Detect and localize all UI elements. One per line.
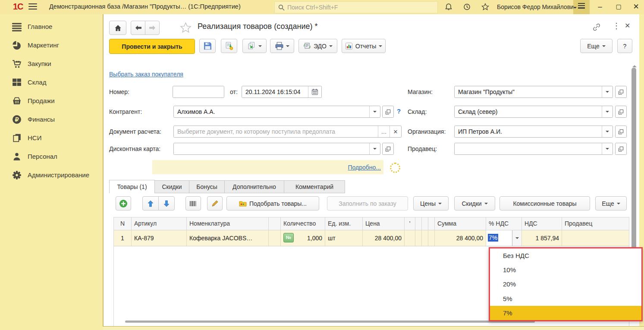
close-window-button[interactable]: ✕	[628, 0, 644, 14]
cell-nomenklatura[interactable]: Кофеварка JACOBS…	[187, 230, 269, 246]
edo-button[interactable]: ЭДО	[298, 39, 337, 53]
minimize-button[interactable]: –	[592, 0, 608, 14]
col-header-ed-izm[interactable]: Ед. изм.	[325, 217, 363, 230]
vat-dropdown-caret-icon[interactable]	[512, 230, 521, 246]
more-button-table[interactable]: Еще	[595, 196, 627, 211]
maximize-button[interactable]: ▢	[610, 0, 627, 14]
notifications-bell-icon[interactable]	[444, 3, 454, 12]
cell-pct-nds-editor[interactable]: 7%	[486, 230, 522, 246]
tab-skidki[interactable]: Скидки	[154, 180, 189, 193]
tab-dopolnitelno[interactable]: Дополнительно	[224, 180, 284, 193]
sidebar-item-zakupki[interactable]: Закупки	[0, 54, 103, 73]
counterparty-input[interactable]: Алхимов А.А.	[173, 106, 380, 118]
vat-option-5[interactable]: 5%	[490, 292, 641, 306]
vat-option-10[interactable]: 10%	[490, 263, 641, 277]
col-header-artikul[interactable]: Артикул	[132, 217, 187, 230]
col-header-summa[interactable]: Сумма	[435, 217, 486, 230]
global-search-input[interactable]: Поиск Ctrl+Shift+F	[274, 1, 438, 13]
col-header-x1[interactable]	[415, 217, 422, 230]
prices-button[interactable]: Цены	[413, 196, 449, 211]
favorites-star-icon[interactable]	[481, 3, 490, 12]
seller-input[interactable]	[454, 143, 613, 155]
table-row[interactable]: 1 КА-879 Кофеварка JACOBS… № 1,000 шт 28…	[114, 230, 629, 246]
calendar-icon[interactable]	[308, 86, 321, 97]
service-menu-button[interactable]	[573, 0, 590, 14]
clear-x-icon[interactable]: ✕	[390, 126, 401, 137]
pick-goods-button[interactable]: Подобрать товары...	[226, 196, 319, 211]
post-and-close-button[interactable]: Провести и закрыть	[109, 39, 195, 54]
seller-open-button[interactable]	[615, 143, 627, 155]
tab-kommentariy[interactable]: Комментарий	[284, 180, 345, 193]
sidebar-item-finansy[interactable]: ₽ Финансы	[0, 110, 103, 129]
favorite-star-icon[interactable]	[179, 22, 192, 35]
col-header-pct-nds[interactable]: % НДС	[486, 217, 522, 230]
store-open-button[interactable]	[615, 86, 627, 98]
vat-option-20[interactable]: 20%	[490, 277, 641, 291]
cell-summa[interactable]: 28 400,00	[435, 230, 486, 246]
ellipsis-choose-button[interactable]: …	[378, 126, 390, 137]
discount-card-open-button[interactable]	[382, 143, 394, 155]
price-check-button[interactable]	[207, 196, 223, 211]
discounts-button[interactable]: Скидки	[454, 196, 495, 211]
sidebar-item-prodazhi[interactable]: Продажи	[0, 91, 103, 110]
create-based-on-button[interactable]	[242, 39, 267, 53]
col-header-x2[interactable]	[422, 217, 428, 230]
scrollbar-up-arrow-icon[interactable]	[632, 63, 637, 67]
col-header-n[interactable]: N	[114, 217, 132, 230]
date-input[interactable]: 20.11.2024 16:15:04	[242, 86, 322, 98]
sidebar-item-sklad[interactable]: Склад	[0, 73, 103, 91]
sidebar-item-personal[interactable]: Персонал	[0, 147, 103, 166]
chevron-down-icon[interactable]	[369, 143, 380, 154]
close-form-icon[interactable]: ✕	[625, 22, 630, 30]
get-link-icon[interactable]	[592, 23, 601, 33]
chevron-down-icon[interactable]	[602, 143, 613, 154]
move-row-up-button[interactable]	[142, 196, 159, 211]
vat-percent-value[interactable]: 7%	[486, 230, 512, 246]
discount-card-input[interactable]	[173, 143, 380, 155]
cell-misc[interactable]	[269, 230, 281, 246]
barcode-scan-button[interactable]	[185, 196, 201, 211]
reports-button[interactable]: Отчеты	[342, 39, 386, 53]
sidebar-item-marketing[interactable]: Маркетинг	[0, 36, 103, 54]
cell-cena[interactable]: 28 400,00	[363, 230, 405, 246]
sidebar-item-nsi[interactable]: НСИ	[0, 129, 103, 147]
more-button-top[interactable]: Еще	[580, 39, 613, 53]
cell-apos[interactable]	[405, 230, 415, 246]
history-icon[interactable]	[462, 3, 472, 12]
cell-artikul[interactable]: КА-879	[132, 230, 187, 246]
sidebar-item-glavnoe[interactable]: Главное	[0, 17, 103, 36]
sidebar-item-administrirovanie[interactable]: Администрирование	[0, 166, 103, 184]
cell-n[interactable]: 1	[114, 230, 132, 246]
vat-option-bez-nds[interactable]: Без НДС	[490, 248, 641, 263]
current-user-name[interactable]: Борисов Федор Михайлович	[497, 3, 577, 10]
store-input[interactable]: Магазин "Продукты"	[454, 86, 613, 98]
main-menu-icon[interactable]	[28, 3, 37, 10]
cell-prodavec[interactable]	[562, 230, 629, 246]
organization-input[interactable]: ИП Петров А.И.	[454, 126, 613, 138]
cell-x3[interactable]	[428, 230, 435, 246]
cell-nds[interactable]: 1 857,94	[522, 230, 562, 246]
tab-tovary[interactable]: Товары (1)	[109, 180, 155, 193]
col-header-nomenklatura[interactable]: Номенклатура	[187, 217, 269, 230]
col-header-apos[interactable]: '	[405, 217, 415, 230]
kebab-menu-icon[interactable]: ⋮	[613, 21, 620, 31]
cell-x1[interactable]	[415, 230, 422, 246]
1c-logo[interactable]: 1С	[13, 2, 23, 12]
details-link[interactable]: Подробно...	[348, 164, 381, 171]
col-header-kolichestvo[interactable]: Количество	[281, 217, 325, 230]
number-input[interactable]	[173, 86, 224, 98]
chevron-down-icon[interactable]	[602, 86, 613, 97]
back-button[interactable]	[131, 21, 145, 35]
forward-button[interactable]	[145, 21, 160, 35]
horizontal-scrollbar[interactable]	[125, 321, 535, 323]
vat-option-7-selected[interactable]: 7%	[490, 306, 641, 320]
settlement-input[interactable]: Выберите документ, по которому поступила…	[173, 126, 402, 138]
add-row-button[interactable]	[116, 196, 131, 211]
save-button[interactable]	[199, 39, 216, 53]
home-button[interactable]	[109, 21, 126, 35]
cell-kolichestvo[interactable]: № 1,000	[281, 230, 325, 246]
col-header-prodavec[interactable]: Продавец	[562, 217, 629, 230]
post-document-button[interactable]	[221, 39, 237, 53]
organization-open-button[interactable]	[615, 126, 627, 138]
counterparty-help-icon[interactable]: ?	[397, 107, 401, 115]
